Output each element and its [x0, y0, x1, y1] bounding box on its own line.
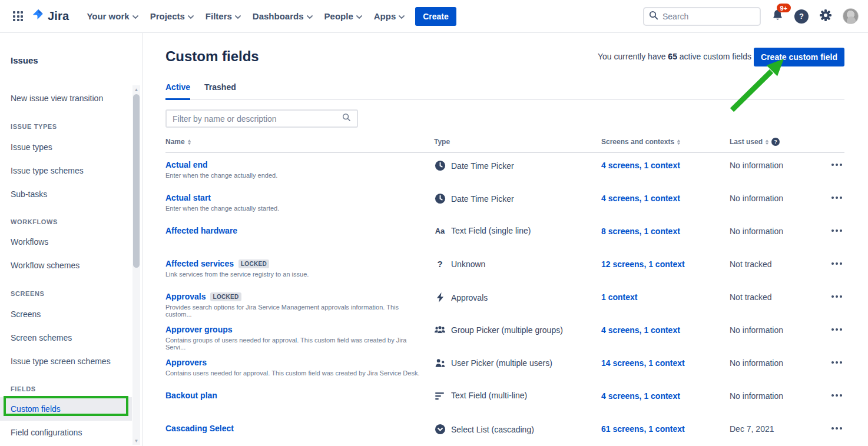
- nav-menu-your-work[interactable]: Your work: [81, 8, 144, 25]
- scrollbar-thumb[interactable]: [133, 94, 140, 268]
- text-field-icon: Aa: [434, 227, 446, 235]
- field-name-link[interactable]: Cascading Select: [165, 424, 234, 433]
- field-name-link[interactable]: Backout plan: [165, 391, 217, 400]
- chevron-down-icon: [235, 11, 241, 21]
- screens-contexts-link[interactable]: 4 screens, 1 context: [601, 391, 680, 401]
- field-description: Enter when the change actually started.: [165, 205, 425, 212]
- nav-menu-filters[interactable]: Filters: [200, 8, 247, 25]
- sidebar-item-issue-type-screen-schemes[interactable]: Issue type screen schemes: [0, 350, 132, 373]
- create-custom-field-button[interactable]: Create custom field: [754, 48, 844, 66]
- sidebar-scrollbar[interactable]: ▲ ▼: [132, 85, 140, 445]
- screens-contexts-link[interactable]: 61 screens, 1 context: [601, 424, 685, 434]
- search-icon: [342, 113, 351, 124]
- user-avatar[interactable]: [843, 8, 859, 24]
- bell-icon: [771, 14, 784, 24]
- multi-line-text-icon: [434, 391, 446, 400]
- screens-contexts-link[interactable]: 12 screens, 1 context: [601, 259, 685, 269]
- field-name-link[interactable]: Actual start: [165, 193, 211, 202]
- row-actions-menu-icon[interactable]: [829, 161, 844, 168]
- table-row: Approvals LOCKED Provides search options…: [143, 286, 868, 319]
- nav-menu-people[interactable]: People: [319, 8, 368, 25]
- chevron-down-icon: [188, 11, 194, 21]
- sidebar-title: Issues: [11, 54, 38, 66]
- create-button[interactable]: Create: [415, 7, 456, 26]
- settings-button[interactable]: [819, 8, 833, 25]
- sidebar-item-custom-fields[interactable]: Custom fields: [0, 397, 132, 421]
- global-search[interactable]: [643, 7, 761, 26]
- page-title: Custom fields: [165, 48, 259, 65]
- clock-icon: [434, 193, 446, 204]
- help-icon[interactable]: ?: [771, 138, 780, 146]
- sidebar-item-screen-schemes[interactable]: Screen schemes: [0, 326, 132, 350]
- field-description: Contains groups of users needed for appr…: [165, 337, 425, 351]
- sidebar-item-issue-types[interactable]: Issue types: [0, 135, 132, 159]
- search-input[interactable]: [662, 12, 751, 21]
- column-header-type: Type: [434, 138, 450, 146]
- row-actions-menu-icon[interactable]: [829, 326, 844, 333]
- column-header-screens-contexts[interactable]: Screens and contexts: [601, 138, 681, 146]
- jira-logo[interactable]: Jira: [30, 8, 69, 25]
- screens-contexts-link[interactable]: 4 screens, 1 context: [601, 325, 680, 335]
- field-name-link[interactable]: Affected hardware: [165, 226, 237, 235]
- sidebar-item-field-configurations[interactable]: Field configurations: [0, 421, 132, 444]
- jira-logo-text: Jira: [48, 9, 69, 23]
- sidebar-section-screens: SCREENS: [11, 288, 44, 299]
- field-name-link[interactable]: Affected services: [165, 259, 234, 268]
- unknown-type-icon: ?: [434, 259, 446, 269]
- field-type-label: Date Time Picker: [451, 161, 514, 171]
- sidebar-item-screens[interactable]: Screens: [0, 302, 132, 326]
- jira-logo-icon: [30, 8, 45, 25]
- custom-fields-table: Actual end Enter when the change actuall…: [143, 154, 868, 446]
- field-name-link[interactable]: Approvers: [165, 358, 207, 367]
- row-actions-menu-icon[interactable]: [829, 293, 844, 300]
- column-header-name[interactable]: Name: [165, 138, 191, 146]
- filter-field[interactable]: [165, 109, 358, 128]
- sidebar-item-workflow-schemes[interactable]: Workflow schemes: [0, 254, 132, 277]
- tab-trashed[interactable]: Trashed: [204, 82, 236, 99]
- last-used-value: No information: [730, 194, 783, 203]
- field-type-label: Text Field (multi-line): [451, 391, 527, 400]
- question-mark-icon: ?: [799, 12, 804, 21]
- sidebar-item-workflows[interactable]: Workflows: [0, 230, 132, 254]
- row-actions-menu-icon[interactable]: [829, 260, 844, 267]
- sidebar-item-new-issue-view-transition[interactable]: New issue view transition: [0, 86, 132, 110]
- filter-input[interactable]: [173, 114, 342, 124]
- field-description: Contains users needed for approval. This…: [165, 370, 425, 377]
- admin-sidebar: Issues New issue view transition ISSUE T…: [0, 33, 143, 446]
- last-used-value: Not tracked: [730, 259, 772, 269]
- field-name-link[interactable]: Approvals: [165, 292, 206, 301]
- screens-contexts-link[interactable]: 4 screens, 1 context: [601, 161, 680, 170]
- nav-menu-projects[interactable]: Projects: [144, 8, 200, 25]
- screens-contexts-link[interactable]: 14 screens, 1 context: [601, 358, 685, 368]
- screens-contexts-link[interactable]: 4 screens, 1 context: [601, 194, 680, 203]
- nav-menu-dashboards[interactable]: Dashboards: [247, 8, 319, 25]
- help-button[interactable]: ?: [794, 9, 809, 24]
- search-icon: [649, 11, 658, 22]
- last-used-value: Dec 7, 2021: [730, 424, 774, 434]
- field-name-link[interactable]: Actual end: [165, 160, 208, 169]
- app-switcher-icon[interactable]: [13, 11, 23, 21]
- tab-active[interactable]: Active: [165, 82, 190, 100]
- screens-contexts-link[interactable]: 8 screens, 1 context: [601, 227, 680, 236]
- chevron-down-icon: [356, 11, 362, 21]
- scroll-up-icon[interactable]: ▲: [132, 85, 140, 94]
- field-name-link[interactable]: Approver groups: [165, 325, 233, 334]
- table-row: Approver groups Contains groups of users…: [143, 319, 868, 352]
- screens-contexts-link[interactable]: 1 context: [601, 292, 637, 302]
- table-header-divider: [165, 152, 844, 153]
- row-actions-menu-icon[interactable]: [829, 392, 844, 399]
- row-actions-menu-icon[interactable]: [829, 425, 844, 432]
- notifications-button[interactable]: 9+: [771, 8, 784, 24]
- row-actions-menu-icon[interactable]: [829, 359, 844, 366]
- row-actions-menu-icon[interactable]: [829, 194, 844, 201]
- locked-badge: LOCKED: [238, 259, 269, 268]
- sidebar-item-issue-type-schemes[interactable]: Issue type schemes: [0, 159, 132, 182]
- column-header-last-used[interactable]: Last used ?: [730, 138, 780, 146]
- sort-icon: [765, 139, 769, 145]
- scroll-down-icon[interactable]: ▼: [132, 437, 140, 445]
- sidebar-item-sub-tasks[interactable]: Sub-tasks: [0, 182, 132, 206]
- nav-menu-apps[interactable]: Apps: [368, 8, 411, 25]
- chevron-down-icon: [307, 11, 313, 21]
- row-actions-menu-icon[interactable]: [829, 227, 844, 234]
- last-used-value: No information: [730, 227, 783, 236]
